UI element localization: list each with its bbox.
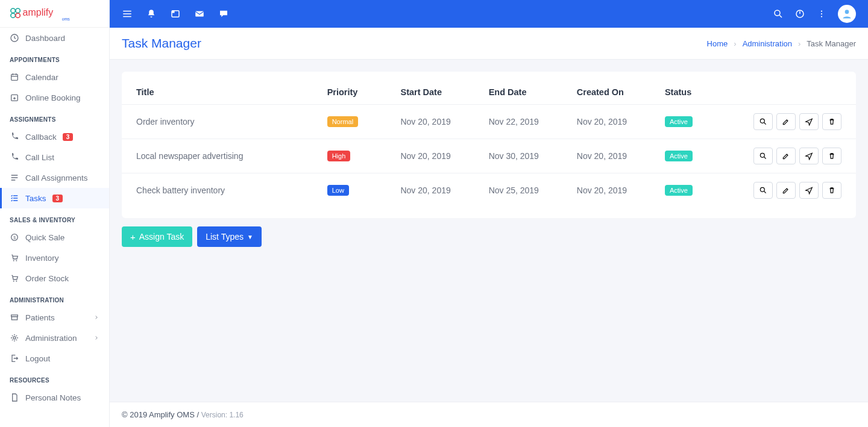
- delete-button[interactable]: [822, 148, 841, 164]
- delete-button[interactable]: [822, 113, 841, 130]
- svg-point-26: [845, 10, 849, 14]
- sidebar-item-label: Quick Sale: [25, 233, 64, 242]
- search-icon[interactable]: [773, 8, 784, 19]
- sidebar-item-dashboard[interactable]: Dashboard: [0, 28, 109, 48]
- svg-rect-16: [11, 317, 17, 320]
- send-button[interactable]: [799, 182, 819, 199]
- bell-icon[interactable]: [146, 8, 157, 19]
- sidebar-item-call-assignments[interactable]: Call Assignments: [0, 167, 109, 188]
- chevron-right-icon: ›: [734, 39, 736, 48]
- col-priority: Priority: [313, 78, 386, 105]
- edit-icon: [782, 186, 790, 195]
- sidebar-item-call-list[interactable]: Call List: [0, 147, 109, 167]
- svg-rect-19: [172, 11, 175, 13]
- sidebar-item-calendar[interactable]: Calendar: [0, 67, 109, 87]
- svg-text:oms: oms: [62, 16, 71, 20]
- logo[interactable]: amplify oms: [0, 0, 109, 28]
- breadcrumb-admin[interactable]: Administration: [743, 39, 792, 48]
- logout-icon: [10, 354, 19, 363]
- plus-icon: +: [130, 232, 136, 242]
- calendar-icon: [10, 72, 19, 82]
- sidebar-item-label: Personal Notes: [25, 393, 81, 402]
- send-icon: [805, 186, 813, 195]
- menu-icon[interactable]: [122, 8, 133, 19]
- avatar[interactable]: [838, 5, 856, 23]
- sidebar-item-label: Order Stock: [25, 274, 69, 283]
- svg-point-2: [11, 13, 15, 17]
- sidebar-item-online-booking[interactable]: Online Booking: [0, 87, 109, 108]
- priority-pill: Low: [327, 185, 349, 196]
- power-icon[interactable]: [794, 8, 805, 19]
- edit-button[interactable]: [776, 148, 796, 164]
- footer-separator: /: [195, 410, 201, 419]
- edit-icon: [782, 152, 790, 160]
- svg-point-28: [760, 153, 764, 157]
- clock-icon: [10, 33, 19, 43]
- cart-down-icon: [10, 273, 19, 283]
- sidebar-badge: 3: [63, 133, 74, 141]
- sidebar-item-label: Online Booking: [25, 93, 81, 102]
- view-button[interactable]: [753, 113, 773, 130]
- cell-status: Active: [650, 105, 738, 139]
- topbar: [110, 0, 868, 28]
- send-button[interactable]: [799, 148, 819, 164]
- phone-callback-icon: [10, 132, 19, 142]
- sidebar-item-personal-notes[interactable]: Personal Notes: [0, 387, 109, 408]
- svg-point-13: [13, 281, 14, 282]
- table-row: Check battery inventory Low Nov 20, 2019…: [122, 173, 856, 208]
- chevron-right-icon: [93, 314, 99, 320]
- view-button[interactable]: [753, 182, 773, 199]
- sidebar-item-inventory[interactable]: Inventory: [0, 248, 109, 268]
- more-vert-icon[interactable]: [816, 8, 827, 19]
- list-icon: [10, 173, 19, 182]
- chevron-right-icon: [93, 335, 99, 341]
- send-button[interactable]: [799, 113, 819, 130]
- calendar-plus-icon: [10, 93, 19, 102]
- list-types-dropdown[interactable]: List Types ▼: [197, 226, 262, 247]
- sidebar-item-tasks[interactable]: Tasks 3: [0, 188, 109, 208]
- svg-point-11: [13, 260, 14, 261]
- row-actions: [753, 148, 841, 164]
- svg-point-25: [821, 16, 822, 17]
- breadcrumb-home[interactable]: Home: [707, 39, 728, 48]
- sidebar-section-admin: ADMINISTRATION: [0, 288, 109, 307]
- cell-end: Nov 25, 2019: [474, 173, 562, 208]
- table-row: Local newspaper advertising High Nov 20,…: [122, 139, 856, 173]
- view-button[interactable]: [753, 148, 773, 164]
- svg-point-14: [16, 281, 17, 282]
- cell-priority: Normal: [313, 105, 386, 139]
- sidebar-section-assignments: ASSIGNMENTS: [0, 108, 109, 126]
- sidebar-item-label: Dashboard: [25, 34, 65, 43]
- mail-icon[interactable]: [194, 8, 205, 19]
- assign-task-button[interactable]: + Assign Task: [122, 226, 192, 247]
- sidebar-section-resources: RESOURCES: [0, 369, 109, 387]
- sidebar-item-administration[interactable]: Administration: [0, 328, 109, 348]
- sidebar-item-quick-sale[interactable]: $ Quick Sale: [0, 227, 109, 248]
- footer: © 2019 Amplify OMS / Version: 1.16: [110, 402, 868, 427]
- svg-point-23: [821, 10, 822, 11]
- sidebar-item-label: Inventory: [25, 254, 59, 263]
- sidebar-item-logout[interactable]: Logout: [0, 348, 109, 369]
- sidebar-item-order-stock[interactable]: Order Stock: [0, 268, 109, 288]
- status-pill: Active: [665, 185, 693, 196]
- doc-icon: [10, 393, 19, 402]
- task-table: Title Priority Start Date End Date Creat…: [122, 78, 856, 207]
- status-pill: Active: [665, 151, 693, 161]
- edit-button[interactable]: [776, 113, 796, 130]
- sidebar-item-patients[interactable]: Patients: [0, 307, 109, 328]
- phone-list-icon: [10, 152, 19, 162]
- col-title: Title: [122, 78, 313, 105]
- page-header: Task Manager Home › Administration › Tas…: [110, 28, 868, 60]
- tab-icon[interactable]: [170, 8, 181, 19]
- sidebar-section-sales: SALES & INVENTORY: [0, 208, 109, 227]
- search-icon: [759, 152, 767, 160]
- priority-pill: High: [327, 151, 351, 161]
- row-actions: [753, 182, 841, 199]
- cell-created: Nov 20, 2019: [562, 139, 650, 173]
- cell-end: Nov 30, 2019: [474, 139, 562, 173]
- chat-icon[interactable]: [218, 8, 229, 19]
- edit-button[interactable]: [776, 182, 796, 199]
- col-start: Start Date: [386, 78, 474, 105]
- sidebar-item-callback[interactable]: Callback 3: [0, 126, 109, 147]
- delete-button[interactable]: [822, 182, 841, 199]
